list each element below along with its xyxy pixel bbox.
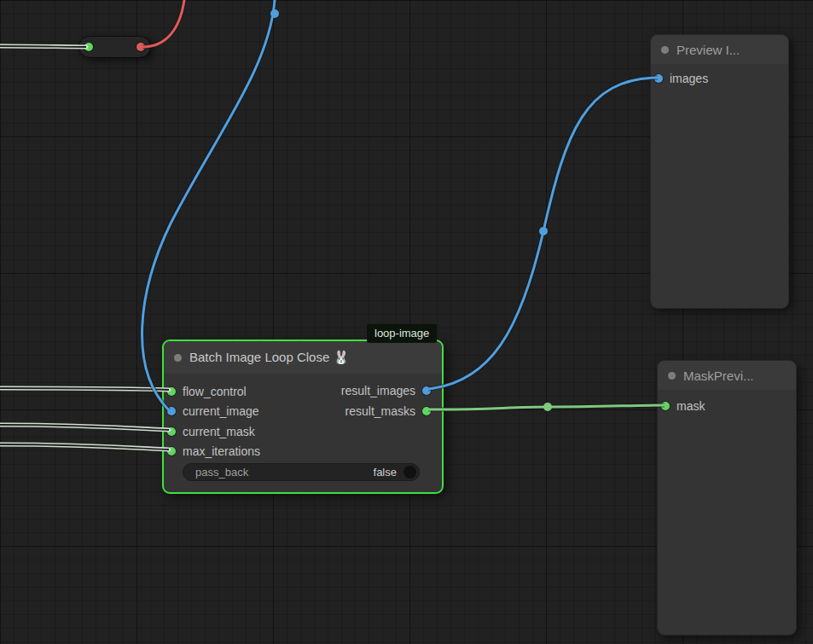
widget-name: pass_back: [195, 466, 248, 479]
widget-value: false: [374, 466, 397, 479]
port-label: current_image: [183, 404, 259, 418]
widget-pass-back-toggle[interactable]: pass_back false: [183, 463, 420, 481]
wire-into-collapsed-node: [0, 46, 86, 47]
node-mask-preview[interactable]: MaskPrevi... mask: [657, 360, 797, 635]
wire-result-images: [428, 78, 658, 389]
input-dot-max-iterations[interactable]: [167, 447, 176, 455]
collapse-dot[interactable]: [668, 372, 676, 380]
node-title-bar[interactable]: Batch Image Loop Close 🐰: [164, 341, 442, 374]
input-dot-mask[interactable]: [661, 402, 670, 410]
output-result-images: result_images: [341, 381, 431, 400]
port-label: images: [670, 72, 708, 85]
wire-current-mask: [0, 425, 169, 430]
wire-flow-control-core: [0, 388, 169, 390]
wire-max-iterations: [0, 444, 169, 450]
wire-result-masks-outline: [428, 405, 665, 409]
input-max-iterations: max_iterations: [167, 442, 260, 461]
toggle-knob-icon: [404, 466, 416, 479]
collapse-dot[interactable]: [174, 354, 182, 362]
input-images: images: [654, 69, 708, 88]
input-dot-current-image[interactable]: [167, 407, 176, 415]
collapse-dot[interactable]: [661, 46, 669, 54]
node-title-bar[interactable]: MaskPrevi...: [658, 361, 796, 390]
output-result-masks: result_masks: [346, 402, 431, 421]
node-title: MaskPrevi...: [683, 368, 754, 383]
input-flow-control: flow_control: [167, 382, 247, 401]
link-midpoint-dot[interactable]: [270, 9, 279, 18]
input-dot-flow-control[interactable]: [167, 387, 176, 396]
wire-flow-control: [0, 388, 169, 390]
node-preview-image[interactable]: Preview I... images: [650, 34, 789, 309]
node-graph-canvas[interactable]: loop-image Batch Image Loop Close 🐰 flow…: [0, 0, 813, 644]
port-label: flow_control: [183, 385, 247, 398]
node-tag: loop-image: [367, 324, 437, 343]
link-midpoint-dot[interactable]: [539, 227, 548, 235]
collapsed-output-dot[interactable]: [136, 43, 145, 51]
input-mask: mask: [661, 397, 705, 415]
port-label: result_images: [341, 384, 415, 397]
collapsed-node[interactable]: [78, 36, 151, 58]
input-current-mask: current_mask: [167, 422, 255, 441]
wire-into-collapsed-node-core: [0, 46, 86, 47]
port-label: result_masks: [346, 404, 415, 418]
port-label: current_mask: [183, 425, 255, 438]
node-batch-image-loop-close[interactable]: Batch Image Loop Close 🐰 flow_control cu…: [162, 339, 444, 494]
input-dot-current-mask[interactable]: [167, 427, 176, 436]
wire-result-masks: [428, 405, 665, 409]
node-title: Batch Image Loop Close 🐰: [189, 350, 349, 365]
input-dot-images[interactable]: [654, 74, 663, 83]
node-title-bar[interactable]: Preview I...: [651, 35, 788, 64]
port-label: mask: [677, 399, 705, 413]
wire-max-iterations-core: [0, 444, 169, 450]
wire-current-mask-core: [0, 425, 169, 430]
wire-result-images-outline: [428, 78, 658, 389]
node-title: Preview I...: [677, 43, 740, 57]
port-label: max_iterations: [183, 444, 260, 458]
input-current-image: current_image: [167, 402, 259, 421]
collapsed-input-dot[interactable]: [84, 43, 93, 51]
output-dot-result-images[interactable]: [422, 386, 431, 395]
output-dot-result-masks[interactable]: [422, 407, 431, 415]
link-midpoint-dot[interactable]: [543, 403, 552, 411]
